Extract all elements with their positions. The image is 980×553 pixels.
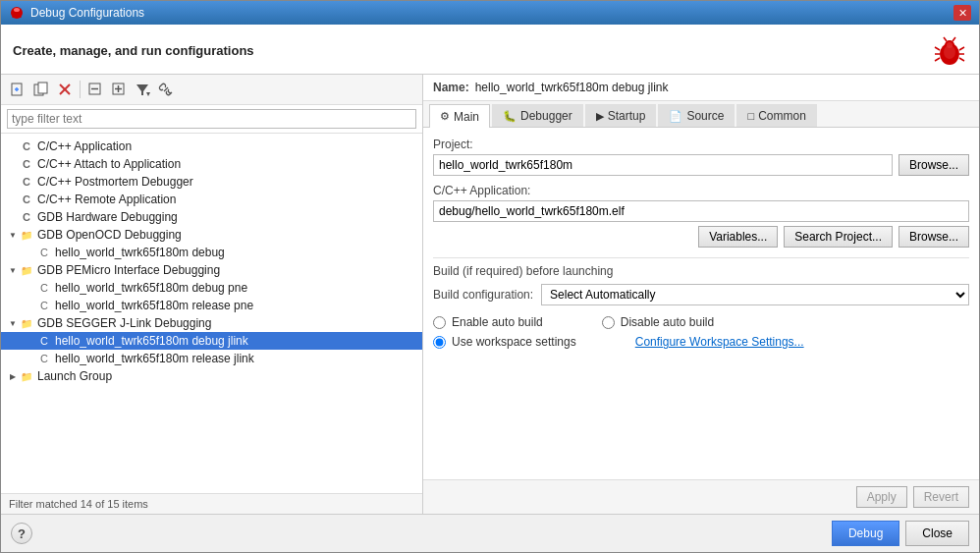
svg-line-14 [959, 47, 964, 50]
debug-configurations-window: Debug Configurations ✕ Create, manage, a… [0, 0, 980, 553]
svg-line-13 [935, 58, 940, 61]
expand-arrow-icon: ▼ [7, 317, 19, 329]
item-label: GDB OpenOCD Debugging [37, 228, 182, 242]
config-icon: C [36, 280, 52, 296]
list-item[interactable]: ▼ 📁 GDB OpenOCD Debugging [1, 226, 422, 244]
list-item[interactable]: ▼ 📁 GDB PEMicro Interface Debugging [1, 261, 422, 279]
project-field-row: Project: Browse... [433, 138, 969, 176]
filter-input[interactable] [7, 109, 416, 129]
item-label: hello_world_twrk65f180m release pne [55, 299, 253, 312]
source-tab-icon: 📄 [669, 110, 682, 123]
item-label: GDB SEGGER J-Link Debugging [37, 316, 211, 330]
tab-startup[interactable]: ▶ Startup [585, 104, 657, 127]
duplicate-button[interactable] [30, 79, 52, 100]
workspace-row: Use workspace settings Configure Workspa… [433, 335, 969, 349]
category-icon: C [19, 192, 34, 207]
list-item[interactable]: ▶ 📁 Launch Group [1, 367, 422, 385]
list-item[interactable]: C GDB Hardware Debugging [1, 208, 422, 226]
svg-marker-31 [146, 92, 150, 96]
build-config-row: Build configuration: Select Automaticall… [433, 284, 969, 305]
category-icon: C [19, 156, 34, 172]
toolbar-separator-1 [80, 81, 81, 98]
list-item[interactable]: C hello_world_twrk65f180m debug [1, 244, 422, 261]
folder-icon: 📁 [19, 262, 34, 278]
filter-dropdown-button[interactable] [132, 79, 153, 100]
dialog-header: Create, manage, and run configurations [1, 25, 979, 75]
list-item[interactable]: C hello_world_twrk65f180m debug pne [1, 279, 422, 297]
cpp-app-field-row: C/C++ Application: Variables... Search P… [433, 184, 969, 248]
folder-icon: 📁 [19, 368, 34, 384]
search-project-button[interactable]: Search Project... [784, 226, 893, 248]
item-label: GDB Hardware Debugging [37, 210, 178, 224]
apply-button[interactable]: Apply [856, 486, 907, 508]
workspace-settings-radio[interactable] [433, 336, 446, 349]
item-label: Launch Group [37, 369, 112, 383]
arrow-icon [25, 300, 36, 311]
config-body: Project: Browse... C/C++ Application: Va… [423, 128, 979, 479]
list-item[interactable]: C hello_world_twrk65f180m release jlink [1, 350, 422, 367]
disable-auto-radio[interactable] [602, 316, 615, 329]
list-item[interactable]: C hello_world_twrk65f180m debug jlink [1, 332, 422, 350]
item-label: hello_world_twrk65f180m debug jlink [55, 334, 248, 348]
tab-source[interactable]: 📄 Source [658, 104, 735, 127]
tab-main[interactable]: ⚙ Main [429, 104, 490, 128]
list-item[interactable]: C C/C++ Application [1, 138, 422, 155]
dialog-title: Create, manage, and run configurations [13, 43, 254, 58]
enable-auto-row: Enable auto build [433, 315, 543, 329]
title-bar: Debug Configurations ✕ [1, 1, 979, 25]
svg-line-11 [935, 47, 940, 50]
list-item[interactable]: ▼ 📁 GDB SEGGER J-Link Debugging [1, 314, 422, 332]
svg-line-4 [13, 13, 15, 14]
tab-common[interactable]: □ Common [736, 104, 816, 127]
build-config-select[interactable]: Select Automatically Debug Release [541, 284, 969, 305]
arrow-icon [7, 158, 19, 170]
debug-button[interactable]: Debug [832, 521, 899, 546]
collapse-button[interactable] [84, 79, 106, 100]
expand-button[interactable] [108, 79, 130, 100]
workspace-settings-label: Use workspace settings [452, 335, 576, 349]
workspace-settings-row: Use workspace settings [433, 335, 576, 349]
cpp-app-input[interactable] [433, 200, 969, 222]
variables-button[interactable]: Variables... [698, 226, 778, 248]
delete-button[interactable] [54, 79, 76, 100]
debugger-tab-icon: 🐛 [503, 110, 517, 123]
config-name-value: hello_world_twrk65f180m debug jlink [475, 81, 669, 94]
svg-line-16 [959, 58, 964, 61]
revert-button[interactable]: Revert [913, 486, 969, 508]
item-label: hello_world_twrk65f180m debug [55, 246, 225, 259]
arrow-icon [7, 211, 19, 223]
list-item[interactable]: C C/C++ Attach to Application [1, 155, 422, 173]
main-tab-icon: ⚙ [440, 110, 450, 123]
filter-status: Filter matched 14 of 15 items [1, 493, 422, 514]
project-input[interactable] [433, 154, 893, 176]
folder-icon: 📁 [19, 227, 34, 243]
close-button[interactable]: Close [905, 521, 969, 546]
window-close-button[interactable]: ✕ [953, 5, 971, 21]
tab-debugger[interactable]: 🐛 Debugger [492, 104, 583, 127]
project-browse-button[interactable]: Browse... [898, 154, 969, 176]
svg-rect-22 [38, 83, 47, 93]
item-label: C/C++ Remote Application [37, 193, 176, 206]
build-config-label: Build configuration: [433, 288, 533, 302]
folder-icon: 📁 [19, 315, 34, 331]
help-button[interactable]: ? [11, 523, 32, 544]
cpp-app-label: C/C++ Application: [433, 184, 969, 197]
arrow-icon [25, 353, 36, 364]
arrow-icon [7, 194, 19, 205]
cpp-browse-button[interactable]: Browse... [898, 226, 969, 248]
svg-line-5 [19, 13, 21, 14]
new-config-button[interactable] [7, 79, 28, 100]
bottom-buttons: Debug Close [832, 521, 969, 546]
list-item[interactable]: C C/C++ Remote Application [1, 191, 422, 208]
category-icon: C [19, 174, 34, 190]
link-button[interactable] [155, 79, 177, 100]
expand-arrow-icon: ▼ [7, 264, 19, 276]
config-icon: C [36, 351, 52, 366]
arrow-icon [25, 335, 36, 347]
list-item[interactable]: C C/C++ Postmortem Debugger [1, 173, 422, 191]
filter-box[interactable] [1, 105, 422, 134]
config-tabs: ⚙ Main 🐛 Debugger ▶ Startup 📄 Source □ [423, 101, 979, 128]
enable-auto-radio[interactable] [433, 316, 446, 329]
configure-workspace-link[interactable]: Configure Workspace Settings... [635, 335, 804, 349]
list-item[interactable]: C hello_world_twrk65f180m release pne [1, 297, 422, 314]
